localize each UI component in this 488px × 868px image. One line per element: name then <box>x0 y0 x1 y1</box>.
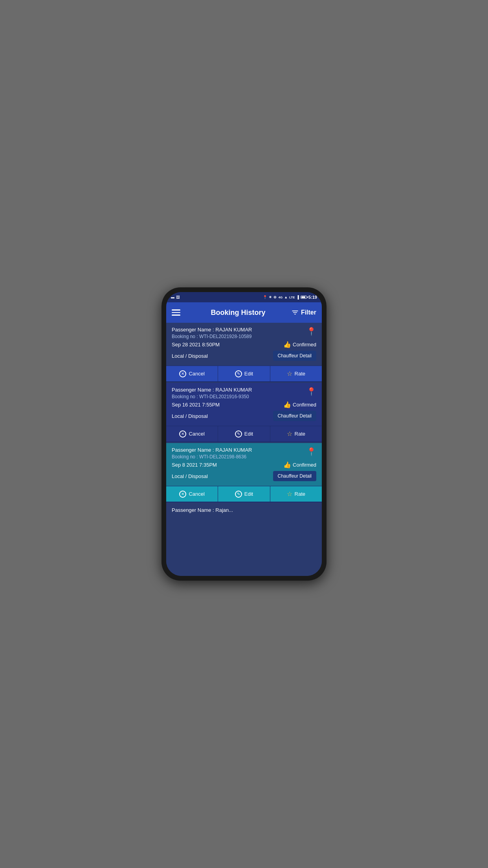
chauffeur-detail-btn-1[interactable]: Chauffeur Detail <box>273 351 317 361</box>
card-body-1: 📍 Passenger Name : RAJAN KUMAR Booking n… <box>166 323 322 366</box>
filter-label: Filter <box>301 309 316 316</box>
location-pin-1[interactable]: 📍 <box>306 327 316 336</box>
chauffeur-detail-btn-2[interactable]: Chauffeur Detail <box>273 411 317 421</box>
edit-icon-2: ✎ <box>235 430 242 438</box>
status-time: 5:19 <box>308 295 317 300</box>
image-icon: 🖼 <box>176 295 180 299</box>
4g-label: 4G <box>278 296 283 299</box>
action-row-1: ✕ Cancel ✎ Edit ☆ Rate <box>166 366 322 381</box>
edit-label-1: Edit <box>244 371 253 377</box>
thumbs-up-icon-3: 👍 <box>283 461 291 469</box>
lte-label: LTE <box>289 296 295 299</box>
cancel-icon-3: ✕ <box>179 491 186 498</box>
thumbs-up-icon-1: 👍 <box>283 341 291 348</box>
chauffeur-detail-btn-3[interactable]: Chauffeur Detail <box>273 471 317 481</box>
signal-icon: ▐ <box>297 295 299 299</box>
cancel-icon-2: ✕ <box>179 430 186 438</box>
passenger-name-3: Passenger Name : RAJAN KUMAR <box>172 447 316 453</box>
service-type-3: Local / Disposal <box>172 473 208 479</box>
rate-label-3: Rate <box>295 491 305 497</box>
action-row-3: ✕ Cancel ✎ Edit ☆ Rate <box>166 486 322 502</box>
edit-label-3: Edit <box>244 491 253 497</box>
partial-card: Passenger Name : Rajan... <box>166 503 322 516</box>
service-type-1: Local / Disposal <box>172 353 208 359</box>
booking-no-3: Booking no : WTI-DEL202198-8636 <box>172 454 316 460</box>
location-icon: 📍 <box>263 295 267 299</box>
booking-card-1: 📍 Passenger Name : RAJAN KUMAR Booking n… <box>166 323 322 382</box>
partial-card-text: Passenger Name : Rajan... <box>172 507 233 513</box>
card-body-3: 📍 Passenger Name : RAJAN KUMAR Booking n… <box>166 443 322 486</box>
rate-label-2: Rate <box>295 431 305 437</box>
passenger-name-2: Passenger Name : RAJAN KUMAR <box>172 387 316 393</box>
rate-label-1: Rate <box>295 371 305 377</box>
cancel-label-2: Cancel <box>189 431 204 437</box>
edit-btn-1[interactable]: ✎ Edit <box>218 366 270 381</box>
card-body-2: 📍 Passenger Name : RAJAN KUMAR Booking n… <box>166 383 322 426</box>
cancel-icon-1: ✕ <box>179 370 186 377</box>
minus-circle-icon: ⊖ <box>273 295 277 299</box>
page-title: Booking History <box>185 309 291 317</box>
edit-label-2: Edit <box>244 431 253 437</box>
edit-icon-3: ✎ <box>235 491 242 498</box>
rate-btn-2[interactable]: ☆ Rate <box>270 426 322 441</box>
service-type-2: Local / Disposal <box>172 413 208 419</box>
booking-card-3: 📍 Passenger Name : RAJAN KUMAR Booking n… <box>166 443 322 502</box>
confirmed-badge-2: 👍 Confirmed <box>283 401 316 408</box>
cancel-btn-1[interactable]: ✕ Cancel <box>166 366 218 381</box>
rate-btn-1[interactable]: ☆ Rate <box>270 366 322 381</box>
star-icon-1: ☆ <box>287 370 292 377</box>
bottom-row-2: Local / Disposal Chauffeur Detail <box>172 411 316 421</box>
confirmed-badge-1: 👍 Confirmed <box>283 341 316 348</box>
status-label-3: Confirmed <box>293 462 316 468</box>
booking-no-1: Booking no : WTI-DEL2021928-10589 <box>172 334 316 339</box>
phone-screen: ▬ 🖼 📍 ✶ ⊖ 4G ▲ LTE ▐ 5:19 Booki <box>166 292 322 576</box>
status-left-icons: ▬ 🖼 <box>171 295 180 299</box>
wifi-icon: ▲ <box>284 295 288 299</box>
signal-bars-icon: ▬ <box>171 295 174 299</box>
booking-list: 📍 Passenger Name : RAJAN KUMAR Booking n… <box>166 323 322 576</box>
booking-date-2: Sep 16 2021 7:55PM <box>172 402 220 408</box>
booking-date-3: Sep 8 2021 7:35PM <box>172 462 217 468</box>
location-pin-3[interactable]: 📍 <box>306 447 316 456</box>
cancel-btn-3[interactable]: ✕ Cancel <box>166 486 218 502</box>
passenger-name-1: Passenger Name : RAJAN KUMAR <box>172 327 316 333</box>
app-header: Booking History Filter <box>166 302 322 323</box>
status-label-2: Confirmed <box>293 402 316 408</box>
location-pin-2[interactable]: 📍 <box>306 387 316 396</box>
filter-button[interactable]: Filter <box>291 309 316 316</box>
status-label-1: Confirmed <box>293 342 316 348</box>
booking-card-2: 📍 Passenger Name : RAJAN KUMAR Booking n… <box>166 383 322 442</box>
battery-icon <box>301 296 307 299</box>
bottom-row-3: Local / Disposal Chauffeur Detail <box>172 471 316 481</box>
bluetooth-icon: ✶ <box>269 295 272 299</box>
phone-device: ▬ 🖼 📍 ✶ ⊖ 4G ▲ LTE ▐ 5:19 Booki <box>161 287 327 581</box>
thumbs-up-icon-2: 👍 <box>283 401 291 408</box>
status-bar: ▬ 🖼 📍 ✶ ⊖ 4G ▲ LTE ▐ 5:19 <box>166 292 322 302</box>
rate-btn-3[interactable]: ☆ Rate <box>270 486 322 502</box>
confirmed-badge-3: 👍 Confirmed <box>283 461 316 469</box>
booking-no-2: Booking no : WTI-DEL2021916-9350 <box>172 394 316 399</box>
cancel-btn-2[interactable]: ✕ Cancel <box>166 426 218 441</box>
hamburger-menu-button[interactable] <box>172 309 180 316</box>
edit-btn-2[interactable]: ✎ Edit <box>218 426 270 441</box>
cancel-label-1: Cancel <box>189 371 204 377</box>
action-row-2: ✕ Cancel ✎ Edit ☆ Rate <box>166 426 322 441</box>
filter-icon <box>291 309 299 316</box>
booking-date-row-3: Sep 8 2021 7:35PM 👍 Confirmed <box>172 461 316 469</box>
status-right-icons: 📍 ✶ ⊖ 4G ▲ LTE ▐ 5:19 <box>263 295 317 300</box>
booking-date-1: Sep 28 2021 8:50PM <box>172 342 220 348</box>
edit-icon-1: ✎ <box>235 370 242 377</box>
cancel-label-3: Cancel <box>189 491 204 497</box>
booking-date-row-2: Sep 16 2021 7:55PM 👍 Confirmed <box>172 401 316 408</box>
booking-date-row-1: Sep 28 2021 8:50PM 👍 Confirmed <box>172 341 316 348</box>
edit-btn-3[interactable]: ✎ Edit <box>218 486 270 502</box>
star-icon-3: ☆ <box>287 490 292 498</box>
star-icon-2: ☆ <box>287 430 292 438</box>
bottom-row-1: Local / Disposal Chauffeur Detail <box>172 351 316 361</box>
